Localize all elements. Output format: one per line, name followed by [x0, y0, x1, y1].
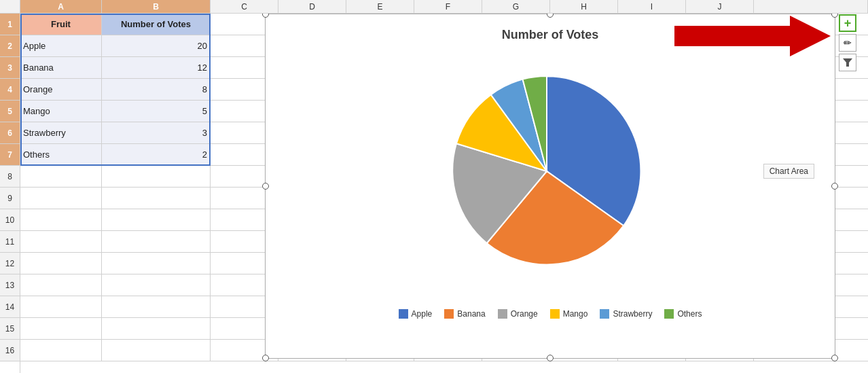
- chart-container[interactable]: Number of Votes: [265, 14, 835, 359]
- row-header-16[interactable]: 16: [0, 340, 20, 361]
- cell-a8[interactable]: [20, 166, 102, 187]
- chart-styles-button[interactable]: ✏: [839, 34, 856, 52]
- legend-label-apple: Apple: [412, 309, 433, 319]
- legend-label-strawberry: Strawberry: [613, 309, 652, 319]
- row-headers: 1 2 3 4 5 6 7 8 9 10 11 12 13 14 15 16: [0, 14, 20, 373]
- col-header-f[interactable]: F: [414, 0, 482, 13]
- cell-b5[interactable]: 5: [102, 101, 211, 122]
- col-header-i[interactable]: I: [618, 0, 686, 13]
- legend-color-banana: [444, 309, 454, 319]
- cell-a5[interactable]: Mango: [20, 101, 102, 122]
- row-header-11[interactable]: 11: [0, 231, 20, 253]
- row-header-8[interactable]: 8: [0, 166, 20, 188]
- spreadsheet: A B C D E F G H I J 1 2 3 4 5 6 7 8 9 10…: [0, 0, 868, 373]
- pie-slices: [452, 76, 640, 264]
- cell-b7[interactable]: 2: [102, 144, 211, 165]
- cell-a1[interactable]: Fruit: [20, 14, 102, 35]
- cell-b3[interactable]: 12: [102, 57, 211, 78]
- cell-b9[interactable]: [102, 188, 211, 209]
- cell-b1[interactable]: Number of Votes: [102, 14, 211, 35]
- cell-a6[interactable]: Strawberry: [20, 122, 102, 143]
- resize-handle-bottom[interactable]: [547, 355, 554, 361]
- cell-a4[interactable]: Orange: [20, 79, 102, 100]
- add-chart-element-button[interactable]: +: [839, 14, 856, 32]
- col-header-c[interactable]: C: [211, 0, 278, 13]
- legend-color-strawberry: [600, 309, 609, 319]
- legend-item-others: Others: [664, 309, 702, 319]
- col-header-a[interactable]: A: [20, 0, 102, 13]
- row-header-3[interactable]: 3: [0, 57, 20, 79]
- legend-item-mango: Mango: [550, 309, 588, 319]
- row-header-10[interactable]: 10: [0, 209, 20, 231]
- cell-a2[interactable]: Apple: [20, 35, 102, 56]
- resize-handle-bottomleft[interactable]: [262, 355, 269, 361]
- chart-area-tooltip: Chart Area: [763, 164, 814, 179]
- chart-buttons: + ✏: [839, 14, 856, 71]
- cell-a3[interactable]: Banana: [20, 57, 102, 78]
- row-header-13[interactable]: 13: [0, 274, 20, 296]
- col-headers: A B C D E F G H I J: [0, 0, 868, 14]
- cell-a9[interactable]: [20, 188, 102, 209]
- cell-b4[interactable]: 8: [102, 79, 211, 100]
- svg-marker-0: [843, 58, 852, 67]
- chart-legend: Apple Banana Orange Mango Strawberry: [272, 309, 828, 319]
- resize-handle-bottomright[interactable]: [831, 355, 838, 361]
- legend-color-others: [664, 309, 674, 319]
- pie-chart-svg: [435, 63, 666, 287]
- row-header-2[interactable]: 2: [0, 35, 20, 57]
- row-header-5[interactable]: 5: [0, 101, 20, 122]
- row-header-1[interactable]: 1: [0, 14, 20, 35]
- col-header-d[interactable]: D: [278, 0, 346, 13]
- legend-label-others: Others: [677, 309, 702, 319]
- chart-svg-area: [272, 46, 828, 304]
- chart-title: Number of Votes: [272, 28, 828, 42]
- cell-b2[interactable]: 20: [102, 35, 211, 56]
- legend-color-mango: [550, 309, 560, 319]
- legend-item-apple: Apple: [399, 309, 433, 319]
- cell-b6[interactable]: 3: [102, 122, 211, 143]
- filter-icon: [843, 58, 852, 67]
- cell-a7[interactable]: Others: [20, 144, 102, 165]
- chart-filters-button[interactable]: [839, 54, 856, 71]
- col-header-j[interactable]: J: [686, 0, 754, 13]
- row-header-12[interactable]: 12: [0, 253, 20, 274]
- legend-label-orange: Orange: [511, 309, 538, 319]
- col-header-h[interactable]: H: [550, 0, 618, 13]
- col-header-rest: [754, 0, 868, 13]
- row-header-4[interactable]: 4: [0, 79, 20, 101]
- legend-color-apple: [399, 309, 408, 319]
- legend-color-orange: [498, 309, 507, 319]
- resize-handle-left[interactable]: [262, 183, 269, 190]
- legend-item-strawberry: Strawberry: [600, 309, 652, 319]
- col-header-e[interactable]: E: [346, 0, 414, 13]
- col-header-g[interactable]: G: [482, 0, 550, 13]
- chart-inner: Number of Votes: [266, 14, 835, 358]
- legend-label-mango: Mango: [563, 309, 588, 319]
- row-header-15[interactable]: 15: [0, 318, 20, 340]
- col-header-b[interactable]: B: [102, 0, 211, 13]
- row-header-6[interactable]: 6: [0, 122, 20, 144]
- row-header-9[interactable]: 9: [0, 188, 20, 209]
- resize-handle-right[interactable]: [831, 183, 838, 190]
- legend-label-banana: Banana: [457, 309, 485, 319]
- corner-cell: [0, 0, 20, 13]
- row-header-14[interactable]: 14: [0, 296, 20, 318]
- legend-item-orange: Orange: [498, 309, 538, 319]
- legend-item-banana: Banana: [444, 309, 485, 319]
- cell-b8[interactable]: [102, 166, 211, 187]
- row-header-7[interactable]: 7: [0, 144, 20, 166]
